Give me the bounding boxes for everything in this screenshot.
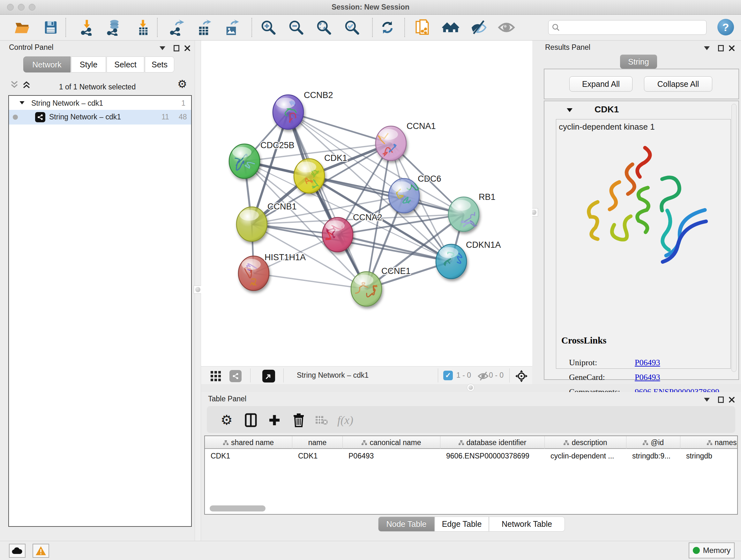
zoom-in-button[interactable] — [259, 18, 278, 37]
panel-close-button[interactable] — [728, 44, 736, 52]
import-table-button[interactable] — [134, 18, 152, 37]
column-header-name[interactable]: name — [292, 436, 343, 449]
column-header-canonical-name[interactable]: canonical name — [343, 436, 441, 449]
memory-button[interactable]: Memory — [689, 543, 735, 558]
tab-node-table[interactable]: Node Table — [378, 516, 434, 532]
import-network-from-database-button[interactable] — [105, 18, 123, 37]
tab-network[interactable]: Network — [23, 57, 71, 72]
open-file-button[interactable] — [13, 18, 31, 37]
crosslink-value-link[interactable]: P06493 — [635, 373, 660, 382]
panel-float-button[interactable] — [717, 44, 725, 52]
panel-collapse-button[interactable] — [158, 44, 166, 52]
expand-all-button[interactable]: Expand All — [569, 76, 632, 91]
save-session-button[interactable] — [42, 18, 60, 37]
clone-network-button[interactable] — [413, 18, 431, 37]
zoom-out-button[interactable] — [287, 18, 306, 37]
panel-collapse-button[interactable] — [703, 396, 711, 403]
panel-float-button[interactable] — [172, 44, 181, 52]
node-label-CDK1: CDK1 — [324, 153, 347, 163]
import-network-icon — [78, 19, 95, 36]
network-row-selected[interactable]: String Network – cdk1 11 48 — [9, 110, 191, 125]
table-horizontal-scrollbar[interactable] — [210, 505, 266, 511]
import-network-button[interactable] — [77, 18, 96, 37]
network-collection-row[interactable]: String Network – cdk1 1 — [9, 98, 191, 110]
add-column-icon[interactable] — [266, 412, 283, 428]
export-network-button[interactable] — [166, 18, 185, 37]
toolbar-separator — [65, 18, 66, 37]
network-node-CCNB1[interactable] — [237, 207, 267, 241]
gene-section-header[interactable]: CDK1 — [545, 103, 730, 117]
network-node-CDK1[interactable] — [294, 159, 325, 193]
left-splitter[interactable] — [195, 41, 201, 541]
network-node-CDKN1A[interactable] — [436, 244, 467, 279]
panel-float-button[interactable] — [717, 396, 725, 403]
network-node-CDC6[interactable] — [389, 179, 419, 213]
network-node-CDC25B[interactable] — [229, 144, 260, 179]
refresh-button[interactable] — [378, 18, 397, 37]
table-cell[interactable]: CDK1 — [292, 449, 343, 462]
crosslink-value-link[interactable]: P06493 — [635, 358, 660, 368]
tab-style[interactable]: Style — [71, 57, 106, 72]
toolbar-separator — [157, 18, 158, 37]
table-cell[interactable]: stringdb:9... — [626, 449, 680, 462]
delete-column-icon[interactable] — [290, 412, 307, 428]
table-options-gear-icon[interactable]: ⚙ — [218, 412, 235, 428]
help-button[interactable]: ? — [718, 19, 734, 36]
birdseye-view-icon[interactable] — [260, 368, 277, 384]
collapse-all-button[interactable]: Collapse All — [644, 76, 712, 91]
show-columns-icon[interactable] — [243, 412, 259, 428]
collection-expand-icon[interactable] — [19, 101, 24, 105]
table-panel-title: Table Panel — [208, 395, 246, 403]
column-header-database-identifier[interactable]: database identifier — [441, 436, 545, 449]
panel-close-button[interactable] — [183, 44, 192, 52]
gene-collapse-icon[interactable] — [565, 106, 574, 114]
tab-string-results[interactable]: String — [620, 55, 657, 69]
export-table-button[interactable] — [194, 18, 213, 37]
tab-select[interactable]: Select — [107, 57, 144, 72]
string-network-graph[interactable]: CCNB2CCNA1CDC25BCDK1CDC6RB1CCNB1CCNA2CDK… — [201, 41, 532, 366]
zoom-fit-button[interactable] — [315, 18, 333, 37]
refresh-icon — [380, 19, 395, 36]
home-button[interactable] — [441, 18, 460, 37]
network-node-CCNE1[interactable] — [351, 272, 382, 306]
column-header-shared-name[interactable]: shared name — [205, 436, 292, 449]
column-header-description[interactable]: description — [545, 436, 626, 449]
table-cell[interactable]: 9606.ENSP00000378699 — [441, 449, 545, 462]
tab-network-table[interactable]: Network Table — [489, 516, 565, 532]
network-canvas[interactable]: CCNB2CCNA1CDC25BCDK1CDC6RB1CCNB1CCNA2CDK… — [201, 41, 532, 366]
grid-view-icon[interactable] — [207, 368, 224, 384]
tab-sets[interactable]: Sets — [145, 57, 174, 72]
zoom-selected-button[interactable] — [343, 18, 361, 37]
network-node-CCNA2[interactable] — [322, 217, 353, 252]
results-scrollbar[interactable] — [731, 104, 737, 372]
node-table[interactable]: shared namenamecanonical namedatabase id… — [204, 435, 738, 515]
network-node-CCNB2[interactable] — [273, 95, 304, 129]
table-cell[interactable]: cyclin-dependent ... — [545, 449, 626, 462]
warning-status-button[interactable] — [32, 544, 49, 558]
table-row[interactable]: CDK1CDK1P064939606.ENSP00000378699cyclin… — [205, 449, 738, 462]
panel-collapse-button[interactable] — [703, 44, 711, 52]
hide-selected-button[interactable] — [469, 18, 488, 37]
network-node-CCNA1[interactable] — [376, 126, 406, 161]
table-cell[interactable]: CDK1 — [205, 449, 292, 462]
search-input[interactable] — [560, 23, 700, 32]
table-cell[interactable]: stringdb — [680, 449, 738, 462]
network-node-RB1[interactable] — [448, 197, 479, 232]
tab-edge-table[interactable]: Edge Table — [434, 516, 489, 532]
column-header-namespace[interactable]: namespace — [680, 436, 738, 449]
cloud-status-button[interactable] — [9, 544, 25, 558]
search-icon — [552, 23, 560, 32]
export-image-button[interactable] — [222, 18, 241, 37]
table-cell[interactable]: P06493 — [343, 449, 441, 462]
right-splitter[interactable] — [532, 41, 542, 384]
reset-zoom-crosshair-icon[interactable] — [513, 368, 530, 384]
eye-slash-icon — [470, 19, 487, 36]
selected-nodes-checkbox[interactable]: ✓ — [443, 371, 453, 380]
horizontal-splitter-handle[interactable] — [467, 384, 475, 391]
network-share-view-icon[interactable] — [227, 368, 244, 384]
column-header--id[interactable]: @id — [626, 436, 680, 449]
panel-close-button[interactable] — [728, 396, 736, 403]
node-label-CDC25B: CDC25B — [260, 140, 294, 150]
show-all-button[interactable] — [497, 18, 516, 37]
network-options-gear-icon[interactable]: ⚙ — [178, 80, 186, 88]
